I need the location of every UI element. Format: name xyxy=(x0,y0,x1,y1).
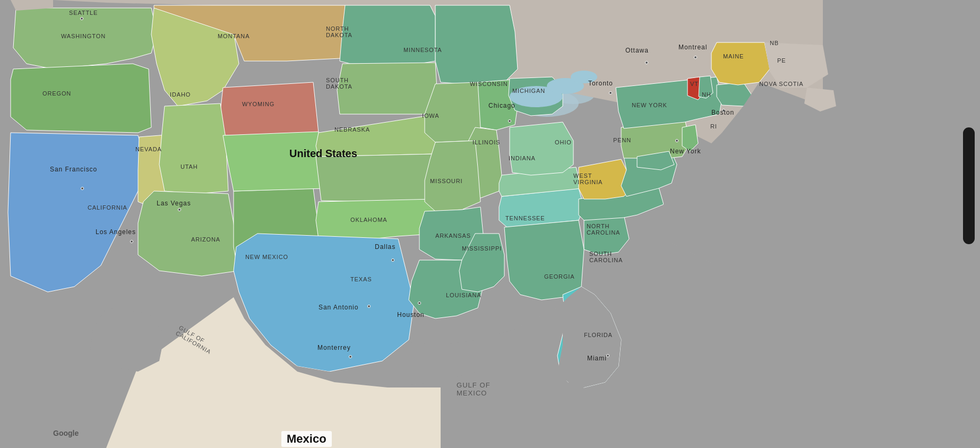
city-dot-seattle xyxy=(80,17,83,20)
svg-point-5 xyxy=(571,71,597,83)
city-dot-boston xyxy=(722,109,725,112)
city-dot-dallas xyxy=(391,259,394,262)
city-dot-ottawa xyxy=(645,61,648,64)
city-dot-monterrey xyxy=(349,355,352,358)
city-dot-las-vegas xyxy=(178,208,181,211)
city-dot-houston xyxy=(418,301,421,305)
city-dot-san-francisco xyxy=(81,187,84,190)
map-svg xyxy=(0,0,980,448)
city-dot-san-antonio xyxy=(367,305,371,308)
city-dot-chicago xyxy=(508,119,511,123)
google-logo: Google xyxy=(53,429,79,437)
city-dot-montreal xyxy=(694,56,697,59)
label-mexico: Mexico xyxy=(281,431,332,447)
city-dot-toronto xyxy=(609,91,612,94)
map-container[interactable]: Seattle WASHINGTON OREGON CALIFORNIA NEV… xyxy=(0,0,980,448)
city-dot-new-york xyxy=(675,139,678,142)
city-dot-miami xyxy=(606,354,609,357)
city-dot-los-angeles xyxy=(130,240,133,243)
svg-rect-6 xyxy=(823,0,980,448)
scrollbar-handle[interactable] xyxy=(963,127,975,244)
